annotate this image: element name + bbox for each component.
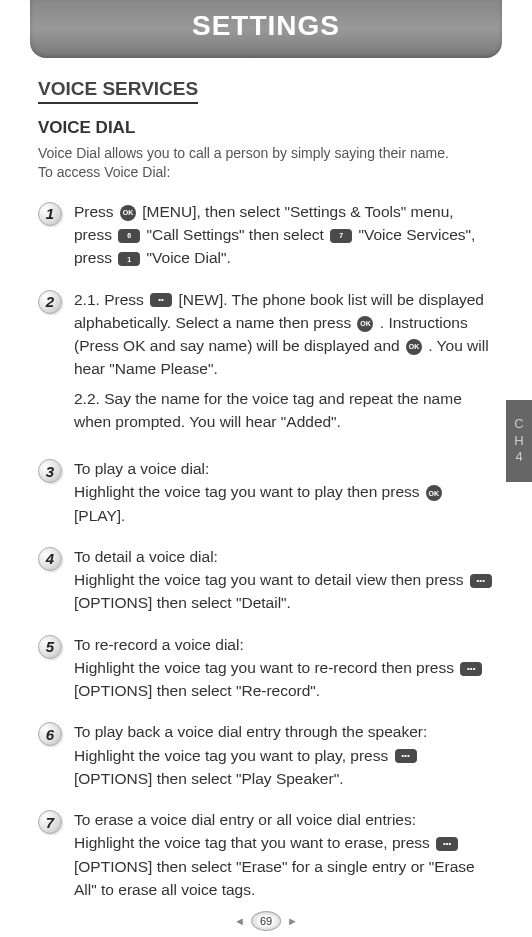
text: "Voice Dial". [147,249,231,266]
step-number: 1 [38,202,62,226]
sub-label: 2.2. [74,390,104,407]
page-header: SETTINGS [30,0,502,58]
step-body: To erase a voice dial entry or all voice… [74,808,494,901]
intro-line1: Voice Dial allows you to call a person b… [38,145,449,161]
key-label: OK [360,320,371,327]
text: To re-record a voice dial: [74,636,244,653]
seven-key-icon: 7 [330,229,352,243]
step-body: To play back a voice dial entry through … [74,720,494,790]
section-title: VOICE SERVICES [38,78,198,104]
step-7: 7 To erase a voice dial entry or all voi… [38,808,494,901]
text: Highlight the voice tag you want to deta… [74,571,468,588]
ok-key-icon: OK [357,316,373,332]
step-4: 4 To detail a voice dial: Highlight the … [38,545,494,615]
arrow-left-icon: ◄ [234,915,245,927]
options-key-icon [470,574,492,588]
text: Highlight the voice tag you want to play… [74,747,393,764]
text: Highlight the voice tag you want to play… [74,483,424,500]
step-number: 7 [38,810,62,834]
step-2: 2 2.1. Press [NEW]. The phone book list … [38,288,494,440]
tab-line: C [514,416,523,433]
text: To play back a voice dial entry through … [74,723,427,740]
step-2-1: 2.1. Press [NEW]. The phone book list wi… [74,288,494,381]
step-body: 2.1. Press [NEW]. The phone book list wi… [74,288,494,440]
text: [PLAY]. [74,507,125,524]
key-label: OK [409,343,420,350]
sub-label: 2.1. [74,291,104,308]
text: Highlight the voice tag that you want to… [74,834,434,851]
ok-key-icon: OK [406,339,422,355]
arrow-right-icon: ► [287,915,298,927]
step-2-2: 2.2. Say the name for the voice tag and … [74,387,494,434]
step-6: 6 To play back a voice dial entry throug… [38,720,494,790]
intro-line2: To access Voice Dial: [38,164,170,180]
text: [OPTIONS] then select "Play Speaker". [74,770,343,787]
text: Press [74,203,118,220]
tab-line: 4 [515,449,522,466]
chapter-tab: C H 4 [506,400,532,482]
text: Highlight the voice tag you want to re-r… [74,659,458,676]
step-1: 1 Press OK [MENU], then select "Settings… [38,200,494,270]
ok-key-icon: OK [120,205,136,221]
ok-key-icon: OK [426,485,442,501]
text: [OPTIONS] then select "Re-record". [74,682,320,699]
text: To play a voice dial: [74,460,209,477]
text: Say the name for the voice tag and repea… [74,390,462,430]
step-5: 5 To re-record a voice dial: Highlight t… [38,633,494,703]
options-key-icon [395,749,417,763]
key-label: OK [123,209,134,216]
tab-line: H [514,433,523,450]
key-label: 6 [127,232,131,239]
text: To detail a voice dial: [74,548,218,565]
options-key-icon [460,662,482,676]
step-body: To re-record a voice dial: Highlight the… [74,633,494,703]
key-label: 7 [339,232,343,239]
step-number: 4 [38,547,62,571]
text: "Call Settings" then select [147,226,329,243]
text: [OPTIONS] then select "Erase" for a sing… [74,858,475,898]
step-body: To play a voice dial: Highlight the voic… [74,457,494,527]
key-label: OK [429,490,440,497]
step-body: To detail a voice dial: Highlight the vo… [74,545,494,615]
content-area: VOICE SERVICES VOICE DIAL Voice Dial all… [0,58,532,901]
key-label: 1 [127,256,131,263]
step-number: 2 [38,290,62,314]
step-body: Press OK [MENU], then select "Settings &… [74,200,494,270]
subsection-title: VOICE DIAL [38,118,494,138]
text: Press [104,291,148,308]
one-key-icon: 1 [118,252,140,266]
step-number: 3 [38,459,62,483]
page-title: SETTINGS [30,10,502,42]
softkey-icon [150,293,172,307]
intro-text: Voice Dial allows you to call a person b… [38,144,494,182]
page-number: 69 [251,911,281,931]
text: To erase a voice dial entry or all voice… [74,811,416,828]
six-key-icon: 6 [118,229,140,243]
step-3: 3 To play a voice dial: Highlight the vo… [38,457,494,527]
step-number: 6 [38,722,62,746]
page-footer: ◄ 69 ► [234,911,298,931]
step-number: 5 [38,635,62,659]
text: [OPTIONS] then select "Detail". [74,594,291,611]
options-key-icon [436,837,458,851]
